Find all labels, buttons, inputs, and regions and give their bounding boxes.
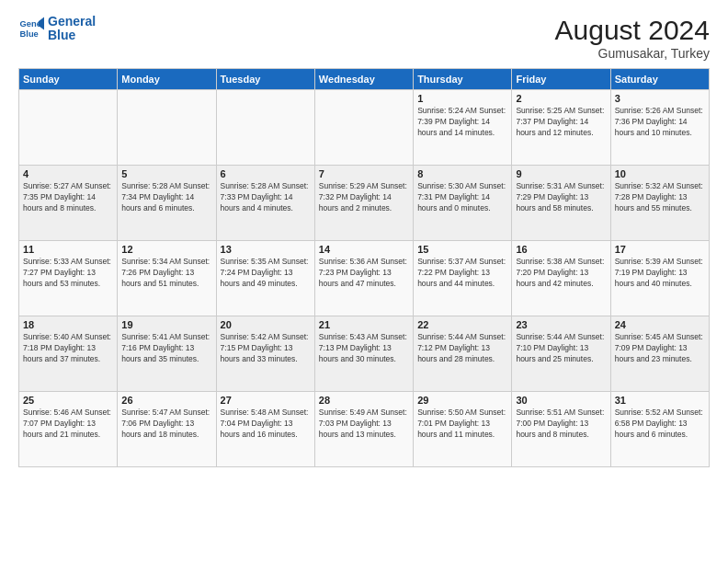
day-number: 10 bbox=[615, 168, 705, 179]
day-cell: 28Sunrise: 5:49 AM Sunset: 7:03 PM Dayli… bbox=[314, 392, 413, 467]
day-number: 3 bbox=[615, 93, 705, 104]
month-year: August 2024 bbox=[555, 15, 710, 46]
col-friday: Friday bbox=[512, 69, 610, 90]
day-cell: 29Sunrise: 5:50 AM Sunset: 7:01 PM Dayli… bbox=[414, 392, 512, 467]
day-number: 17 bbox=[615, 244, 705, 255]
day-info: Sunrise: 5:39 AM Sunset: 7:19 PM Dayligh… bbox=[615, 257, 705, 290]
logo-line1: General bbox=[48, 14, 96, 29]
col-sunday: Sunday bbox=[19, 69, 118, 90]
day-number: 13 bbox=[221, 244, 311, 255]
day-cell: 16Sunrise: 5:38 AM Sunset: 7:20 PM Dayli… bbox=[512, 241, 610, 316]
day-info: Sunrise: 5:35 AM Sunset: 7:24 PM Dayligh… bbox=[221, 257, 311, 290]
day-cell: 23Sunrise: 5:44 AM Sunset: 7:10 PM Dayli… bbox=[512, 316, 610, 392]
day-info: Sunrise: 5:43 AM Sunset: 7:13 PM Dayligh… bbox=[319, 332, 409, 365]
day-number: 11 bbox=[23, 244, 113, 255]
calendar-body: 1Sunrise: 5:24 AM Sunset: 7:39 PM Daylig… bbox=[19, 90, 710, 467]
day-info: Sunrise: 5:29 AM Sunset: 7:32 PM Dayligh… bbox=[319, 181, 409, 214]
calendar-header: Sunday Monday Tuesday Wednesday Thursday… bbox=[19, 69, 710, 90]
day-cell: 26Sunrise: 5:47 AM Sunset: 7:06 PM Dayli… bbox=[118, 392, 216, 467]
day-info: Sunrise: 5:24 AM Sunset: 7:39 PM Dayligh… bbox=[417, 106, 507, 139]
day-number: 19 bbox=[121, 319, 211, 330]
day-info: Sunrise: 5:40 AM Sunset: 7:18 PM Dayligh… bbox=[23, 332, 113, 365]
day-cell: 10Sunrise: 5:32 AM Sunset: 7:28 PM Dayli… bbox=[610, 166, 709, 241]
day-number: 31 bbox=[615, 395, 705, 406]
day-info: Sunrise: 5:31 AM Sunset: 7:29 PM Dayligh… bbox=[516, 181, 606, 214]
col-thursday: Thursday bbox=[414, 69, 512, 90]
col-saturday: Saturday bbox=[610, 69, 709, 90]
day-cell: 19Sunrise: 5:41 AM Sunset: 7:16 PM Dayli… bbox=[118, 316, 216, 392]
page: General Blue General Blue August 2024 Gu… bbox=[0, 0, 728, 563]
day-info: Sunrise: 5:51 AM Sunset: 7:00 PM Dayligh… bbox=[516, 408, 606, 441]
day-number: 2 bbox=[516, 93, 606, 104]
day-info: Sunrise: 5:26 AM Sunset: 7:36 PM Dayligh… bbox=[615, 106, 705, 139]
week-row-4: 18Sunrise: 5:40 AM Sunset: 7:18 PM Dayli… bbox=[19, 316, 710, 392]
day-cell: 7Sunrise: 5:29 AM Sunset: 7:32 PM Daylig… bbox=[314, 166, 413, 241]
day-cell bbox=[19, 90, 118, 166]
day-cell: 14Sunrise: 5:36 AM Sunset: 7:23 PM Dayli… bbox=[314, 241, 413, 316]
day-number: 23 bbox=[516, 319, 606, 330]
day-cell: 9Sunrise: 5:31 AM Sunset: 7:29 PM Daylig… bbox=[512, 166, 610, 241]
location: Gumusakar, Turkey bbox=[555, 46, 710, 61]
day-number: 5 bbox=[121, 168, 211, 179]
col-monday: Monday bbox=[118, 69, 216, 90]
day-cell: 15Sunrise: 5:37 AM Sunset: 7:22 PM Dayli… bbox=[414, 241, 512, 316]
logo-text: General Blue bbox=[48, 15, 96, 43]
title-block: August 2024 Gumusakar, Turkey bbox=[555, 15, 710, 61]
day-cell bbox=[216, 90, 314, 166]
day-cell: 2Sunrise: 5:25 AM Sunset: 7:37 PM Daylig… bbox=[512, 90, 610, 166]
day-number: 18 bbox=[23, 319, 113, 330]
day-info: Sunrise: 5:32 AM Sunset: 7:28 PM Dayligh… bbox=[615, 181, 705, 214]
day-cell: 17Sunrise: 5:39 AM Sunset: 7:19 PM Dayli… bbox=[610, 241, 709, 316]
day-cell: 21Sunrise: 5:43 AM Sunset: 7:13 PM Dayli… bbox=[314, 316, 413, 392]
day-cell: 18Sunrise: 5:40 AM Sunset: 7:18 PM Dayli… bbox=[19, 316, 118, 392]
day-number: 8 bbox=[417, 168, 507, 179]
day-cell: 12Sunrise: 5:34 AM Sunset: 7:26 PM Dayli… bbox=[118, 241, 216, 316]
day-info: Sunrise: 5:45 AM Sunset: 7:09 PM Dayligh… bbox=[615, 332, 705, 365]
day-info: Sunrise: 5:41 AM Sunset: 7:16 PM Dayligh… bbox=[121, 332, 211, 365]
day-cell: 5Sunrise: 5:28 AM Sunset: 7:34 PM Daylig… bbox=[118, 166, 216, 241]
day-number: 9 bbox=[516, 168, 606, 179]
logo-line2: Blue bbox=[48, 28, 75, 42]
day-number: 25 bbox=[23, 395, 113, 406]
day-info: Sunrise: 5:28 AM Sunset: 7:34 PM Dayligh… bbox=[121, 181, 211, 214]
day-cell: 1Sunrise: 5:24 AM Sunset: 7:39 PM Daylig… bbox=[414, 90, 512, 166]
header: General Blue General Blue August 2024 Gu… bbox=[18, 15, 710, 61]
day-info: Sunrise: 5:48 AM Sunset: 7:04 PM Dayligh… bbox=[221, 408, 311, 441]
day-cell: 27Sunrise: 5:48 AM Sunset: 7:04 PM Dayli… bbox=[216, 392, 314, 467]
day-number: 28 bbox=[319, 395, 409, 406]
day-number: 14 bbox=[319, 244, 409, 255]
svg-text:Blue: Blue bbox=[20, 30, 39, 40]
day-cell: 20Sunrise: 5:42 AM Sunset: 7:15 PM Dayli… bbox=[216, 316, 314, 392]
day-number: 4 bbox=[23, 168, 113, 179]
day-info: Sunrise: 5:36 AM Sunset: 7:23 PM Dayligh… bbox=[319, 257, 409, 290]
col-wednesday: Wednesday bbox=[314, 69, 413, 90]
day-info: Sunrise: 5:28 AM Sunset: 7:33 PM Dayligh… bbox=[221, 181, 311, 214]
day-cell: 30Sunrise: 5:51 AM Sunset: 7:00 PM Dayli… bbox=[512, 392, 610, 467]
day-info: Sunrise: 5:30 AM Sunset: 7:31 PM Dayligh… bbox=[417, 181, 507, 214]
day-cell: 25Sunrise: 5:46 AM Sunset: 7:07 PM Dayli… bbox=[19, 392, 118, 467]
day-info: Sunrise: 5:47 AM Sunset: 7:06 PM Dayligh… bbox=[121, 408, 211, 441]
day-info: Sunrise: 5:44 AM Sunset: 7:12 PM Dayligh… bbox=[417, 332, 507, 365]
day-cell: 6Sunrise: 5:28 AM Sunset: 7:33 PM Daylig… bbox=[216, 166, 314, 241]
day-number: 6 bbox=[221, 168, 311, 179]
day-info: Sunrise: 5:44 AM Sunset: 7:10 PM Dayligh… bbox=[516, 332, 606, 365]
week-row-1: 1Sunrise: 5:24 AM Sunset: 7:39 PM Daylig… bbox=[19, 90, 710, 166]
day-number: 29 bbox=[417, 395, 507, 406]
day-number: 16 bbox=[516, 244, 606, 255]
day-info: Sunrise: 5:52 AM Sunset: 6:58 PM Dayligh… bbox=[615, 408, 705, 441]
day-info: Sunrise: 5:46 AM Sunset: 7:07 PM Dayligh… bbox=[23, 408, 113, 441]
day-number: 27 bbox=[221, 395, 311, 406]
day-info: Sunrise: 5:37 AM Sunset: 7:22 PM Dayligh… bbox=[417, 257, 507, 290]
day-info: Sunrise: 5:25 AM Sunset: 7:37 PM Dayligh… bbox=[516, 106, 606, 139]
day-cell: 31Sunrise: 5:52 AM Sunset: 6:58 PM Dayli… bbox=[610, 392, 709, 467]
day-info: Sunrise: 5:33 AM Sunset: 7:27 PM Dayligh… bbox=[23, 257, 113, 290]
calendar-table: Sunday Monday Tuesday Wednesday Thursday… bbox=[18, 68, 710, 467]
day-cell: 13Sunrise: 5:35 AM Sunset: 7:24 PM Dayli… bbox=[216, 241, 314, 316]
day-info: Sunrise: 5:34 AM Sunset: 7:26 PM Dayligh… bbox=[121, 257, 211, 290]
logo: General Blue General Blue bbox=[18, 15, 96, 43]
week-row-3: 11Sunrise: 5:33 AM Sunset: 7:27 PM Dayli… bbox=[19, 241, 710, 316]
day-cell: 11Sunrise: 5:33 AM Sunset: 7:27 PM Dayli… bbox=[19, 241, 118, 316]
day-number: 1 bbox=[417, 93, 507, 104]
day-cell: 22Sunrise: 5:44 AM Sunset: 7:12 PM Dayli… bbox=[414, 316, 512, 392]
day-info: Sunrise: 5:50 AM Sunset: 7:01 PM Dayligh… bbox=[417, 408, 507, 441]
